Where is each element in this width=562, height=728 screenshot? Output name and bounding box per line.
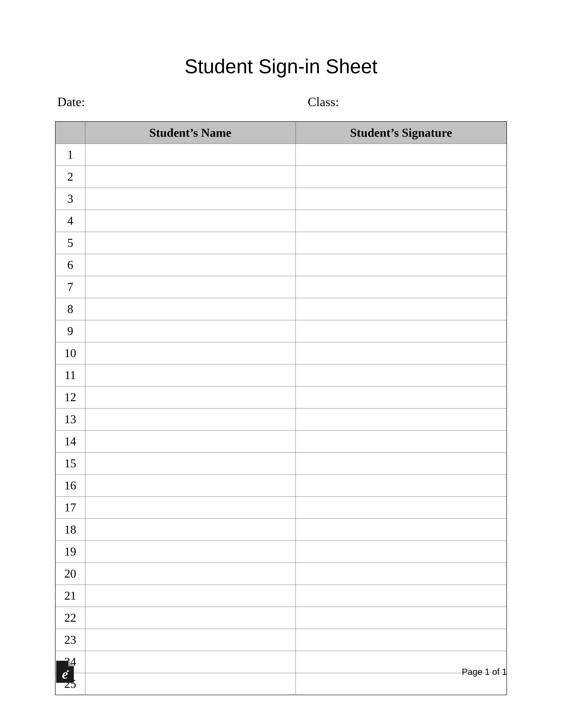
student-signature-field[interactable] (295, 496, 507, 518)
row-number: 16 (55, 474, 85, 496)
student-signature-field[interactable] (295, 430, 507, 452)
table-row: 6 (55, 254, 507, 276)
student-name-field[interactable] (85, 254, 295, 276)
student-name-field[interactable] (85, 364, 295, 386)
student-name-field[interactable] (85, 518, 295, 541)
table-row: 19 (55, 541, 507, 563)
svg-text:e: e (62, 666, 68, 681)
student-name-field[interactable] (85, 496, 295, 518)
header-number (55, 122, 85, 144)
row-number: 8 (55, 298, 85, 320)
table-row: 1 (55, 144, 507, 166)
header-name: Student’s Name (85, 122, 295, 144)
row-number: 19 (55, 541, 85, 563)
student-name-field[interactable] (85, 232, 295, 254)
row-number: 4 (55, 210, 85, 232)
student-signature-field[interactable] (295, 320, 507, 342)
row-number: 9 (55, 320, 85, 342)
row-number: 6 (55, 254, 85, 276)
student-signature-field[interactable] (295, 607, 507, 629)
table-row: 5 (55, 232, 507, 254)
table-row: 10 (55, 342, 507, 364)
row-number: 15 (55, 452, 85, 474)
table-row: 15 (55, 452, 507, 474)
table-row: 8 (55, 298, 507, 320)
row-number: 5 (55, 232, 85, 254)
table-row: 7 (55, 276, 507, 298)
student-name-field[interactable] (85, 386, 295, 408)
student-name-field[interactable] (85, 210, 295, 232)
student-signature-field[interactable] (295, 364, 507, 386)
meta-row: Date: Class: (55, 94, 507, 109)
row-number: 23 (55, 629, 85, 651)
student-name-field[interactable] (85, 430, 295, 452)
row-number: 17 (55, 496, 85, 518)
student-signature-field[interactable] (295, 232, 507, 254)
table-row: 20 (55, 563, 507, 585)
row-number: 11 (55, 364, 85, 386)
student-name-field[interactable] (85, 607, 295, 629)
table-row: 21 (55, 585, 507, 607)
student-signature-field[interactable] (295, 254, 507, 276)
student-signature-field[interactable] (295, 541, 507, 563)
student-name-field[interactable] (85, 452, 295, 474)
page-number: Page 1 of 1 (462, 667, 507, 677)
table-row: 9 (55, 320, 507, 342)
table-row: 11 (55, 364, 507, 386)
date-label: Date: (57, 94, 299, 109)
row-number: 10 (55, 342, 85, 364)
student-signature-field[interactable] (295, 342, 507, 364)
student-name-field[interactable] (85, 188, 295, 210)
student-name-field[interactable] (85, 320, 295, 342)
student-signature-field[interactable] (295, 386, 507, 408)
student-signature-field[interactable] (295, 452, 507, 474)
class-label: Class: (299, 94, 339, 109)
student-name-field[interactable] (85, 585, 295, 607)
row-number: 3 (55, 188, 85, 210)
table-row: 2 (55, 166, 507, 188)
row-number: 14 (55, 430, 85, 452)
table-row: 22 (55, 607, 507, 629)
row-number: 18 (55, 518, 85, 541)
table-row: 3 (55, 188, 507, 210)
student-signature-field[interactable] (295, 474, 507, 496)
student-name-field[interactable] (85, 563, 295, 585)
signin-table: Student’s Name Student’s Signature 12345… (55, 121, 507, 695)
row-number: 22 (55, 607, 85, 629)
student-signature-field[interactable] (295, 144, 507, 166)
student-signature-field[interactable] (295, 518, 507, 541)
row-number: 13 (55, 408, 85, 430)
student-name-field[interactable] (85, 541, 295, 563)
student-name-field[interactable] (85, 408, 295, 430)
student-signature-field[interactable] (295, 563, 507, 585)
table-row: 13 (55, 408, 507, 430)
table-row: 16 (55, 474, 507, 496)
row-number: 21 (55, 585, 85, 607)
student-name-field[interactable] (85, 144, 295, 166)
student-signature-field[interactable] (295, 276, 507, 298)
page-footer: e Page 1 of 1 (55, 660, 507, 684)
student-name-field[interactable] (85, 474, 295, 496)
student-signature-field[interactable] (295, 210, 507, 232)
table-header-row: Student’s Name Student’s Signature (55, 122, 507, 144)
student-name-field[interactable] (85, 276, 295, 298)
student-name-field[interactable] (85, 166, 295, 188)
student-signature-field[interactable] (295, 188, 507, 210)
student-signature-field[interactable] (295, 585, 507, 607)
student-name-field[interactable] (85, 629, 295, 651)
row-number: 12 (55, 386, 85, 408)
student-signature-field[interactable] (295, 408, 507, 430)
header-signature: Student’s Signature (295, 122, 507, 144)
student-signature-field[interactable] (295, 629, 507, 651)
row-number: 2 (55, 166, 85, 188)
student-signature-field[interactable] (295, 166, 507, 188)
table-row: 12 (55, 386, 507, 408)
table-row: 4 (55, 210, 507, 232)
table-row: 18 (55, 518, 507, 541)
student-signature-field[interactable] (295, 298, 507, 320)
page-title: Student Sign-in Sheet (55, 55, 507, 78)
student-name-field[interactable] (85, 342, 295, 364)
student-name-field[interactable] (85, 298, 295, 320)
row-number: 1 (55, 144, 85, 166)
page: Student Sign-in Sheet Date: Class: Stude… (0, 0, 562, 728)
